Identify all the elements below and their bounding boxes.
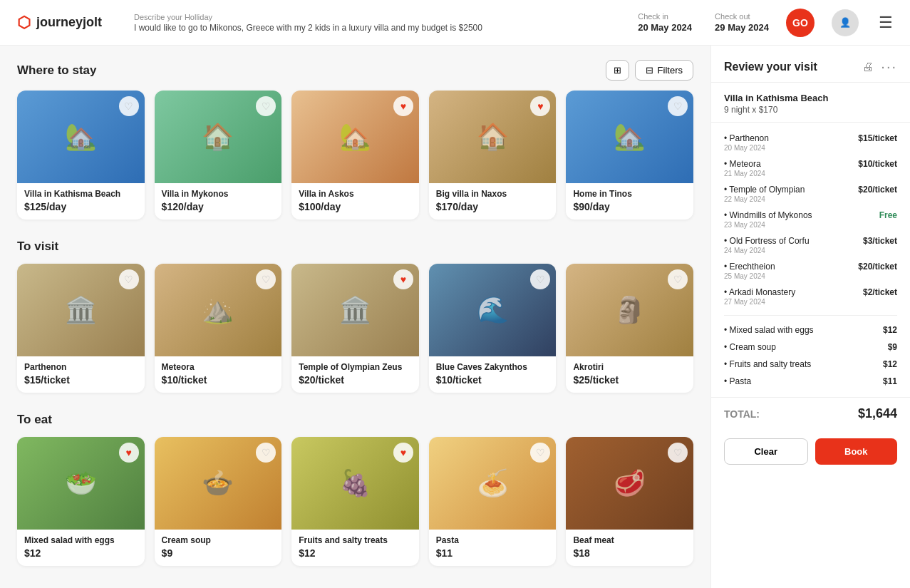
- card-body: Parthenon $15/ticket: [17, 356, 145, 393]
- print-icon[interactable]: 🖨: [862, 61, 874, 73]
- card: 🥩 ♡ Beaf meat $18: [566, 437, 693, 566]
- favorite-button[interactable]: ♡: [119, 269, 139, 289]
- to-visit-title: To visit: [17, 239, 58, 254]
- review-item-date: 20 May 2024: [724, 144, 769, 152]
- review-item: Meteora 21 May 2024 $10/ticket: [724, 155, 897, 181]
- check-out-label: Check out: [715, 12, 769, 21]
- card-image-wrapper: 🥗 ♥: [17, 437, 145, 530]
- card-image-wrapper: 🏠 ♡: [155, 91, 282, 183]
- card-image-wrapper: 🏛️ ♡: [17, 264, 145, 356]
- favorite-button[interactable]: ♡: [256, 443, 276, 463]
- hamburger-menu-icon[interactable]: ☰: [879, 14, 893, 32]
- sidebar-header-actions: 🖨 ···: [862, 58, 897, 75]
- card-price: $10/ticket: [162, 374, 275, 386]
- favorite-button[interactable]: ♥: [393, 443, 413, 463]
- card-price: $125/day: [24, 201, 138, 212]
- clear-button[interactable]: Clear: [724, 438, 808, 465]
- review-item-left: Cream soup: [724, 342, 776, 352]
- review-item-left: Fruits and salty treats: [724, 359, 811, 369]
- favorite-button[interactable]: ♡: [256, 269, 276, 289]
- favorite-button[interactable]: ♥: [393, 269, 413, 289]
- filter-icon: ⊟: [646, 65, 653, 76]
- to-visit-header: To visit: [17, 239, 693, 254]
- review-item-name: Meteora: [724, 159, 765, 169]
- card-price: $15/ticket: [24, 374, 138, 386]
- review-item-price: $12: [883, 325, 897, 335]
- card-body: Pasta $11: [429, 530, 557, 566]
- grid-icon: ⊞: [614, 65, 621, 76]
- card-image-wrapper: 🏡 ♡: [566, 91, 693, 183]
- review-item: Windmills of Mykonos 23 May 2024 Free: [724, 207, 897, 232]
- card-body: Fruits and salty treats $12: [291, 530, 419, 566]
- review-item-name: Pasta: [724, 376, 751, 386]
- review-sidebar: Review your visit 🖨 ··· Villa in Kathism…: [710, 46, 910, 588]
- visits-grid: 🏛️ ♡ Parthenon $15/ticket ⛰️ ♡: [17, 264, 693, 393]
- review-item-left: Meteora 21 May 2024: [724, 159, 765, 177]
- card-price: $12: [299, 547, 412, 559]
- logo-text: journeyjolt: [36, 15, 102, 30]
- card-name: Cream soup: [162, 535, 275, 545]
- filters-button[interactable]: ⊟ Filters: [635, 60, 693, 81]
- review-item-name: Old Fortress of Corfu: [724, 236, 810, 246]
- avatar[interactable]: 👤: [832, 9, 859, 36]
- card-name: Villa in Askos: [299, 189, 412, 199]
- describe-box: Describe your Holliday I would like to g…: [134, 13, 621, 33]
- card-body: Big villa in Naxos $170/day: [429, 183, 557, 220]
- logo[interactable]: ⬡ journeyjolt: [17, 14, 117, 32]
- review-item-price: $11: [883, 376, 897, 386]
- favorite-button[interactable]: ♡: [119, 96, 139, 116]
- sidebar-total: TOTAL: $1,644: [711, 397, 910, 430]
- review-item-price: $2/ticket: [863, 287, 897, 297]
- card-body: Beaf meat $18: [566, 530, 693, 566]
- favorite-button[interactable]: ♥: [119, 443, 139, 463]
- review-item-price: $9: [888, 342, 897, 352]
- review-item-price: $3/ticket: [863, 236, 897, 246]
- favorite-button[interactable]: ♡: [668, 443, 688, 463]
- card: 🍝 ♡ Pasta $11: [429, 437, 557, 566]
- card: 🍇 ♥ Fruits and salty treats $12: [291, 437, 419, 566]
- favorite-button[interactable]: ♡: [256, 96, 276, 116]
- review-item-date: 23 May 2024: [724, 221, 812, 229]
- total-value: $1,644: [858, 406, 897, 421]
- book-button[interactable]: Book: [815, 438, 898, 465]
- card-body: Blue Caves Zakynthos $10/ticket: [429, 356, 557, 393]
- review-item-left: Arkadi Monastery 27 May 2024: [724, 287, 795, 306]
- card: 🏡 ♥ Villa in Askos $100/day: [291, 91, 419, 220]
- card-image-wrapper: 🍲 ♡: [155, 437, 282, 530]
- favorite-button[interactable]: ♡: [668, 269, 688, 289]
- card-image-wrapper: 🏠 ♥: [429, 91, 557, 183]
- review-item-name: Erechtheion: [724, 262, 775, 272]
- stays-grid: 🏡 ♡ Villa in Kathisma Beach $125/day 🏠 ♡: [17, 91, 693, 220]
- review-item-left: Pasta: [724, 376, 751, 386]
- review-item: Parthenon 20 May 2024 $15/ticket: [724, 130, 897, 155]
- review-item-price: $20/ticket: [858, 262, 897, 272]
- go-button[interactable]: GO: [786, 9, 815, 37]
- card-body: Home in Tinos $90/day: [566, 183, 693, 220]
- check-in-date: 20 May 2024: [638, 22, 692, 33]
- accommodation-sub: 9 night x $170: [724, 105, 897, 115]
- favorite-button[interactable]: ♡: [668, 96, 688, 116]
- card-price: $9: [162, 547, 275, 559]
- card-price: $120/day: [162, 201, 275, 212]
- card-name: Mixed salad with eggs: [24, 535, 138, 545]
- review-item: Cream soup $9: [724, 339, 897, 356]
- favorite-button[interactable]: ♥: [393, 96, 413, 116]
- review-item: Fruits and salty treats $12: [724, 356, 897, 373]
- to-eat-section: To eat 🥗 ♥ Mixed salad with eggs $12: [17, 413, 693, 566]
- review-item: Temple of Olympian 22 May 2024 $20/ticke…: [724, 181, 897, 207]
- avatar-placeholder: 👤: [839, 17, 851, 28]
- card-image-wrapper: 🏡 ♡: [17, 91, 145, 183]
- grid-view-button[interactable]: ⊞: [606, 60, 629, 81]
- to-eat-header: To eat: [17, 413, 693, 427]
- review-item-date: 25 May 2024: [724, 272, 775, 280]
- card-name: Temple of Olympian Zeus: [299, 362, 412, 372]
- review-item-name: Cream soup: [724, 342, 776, 352]
- card-name: Meteora: [162, 362, 275, 372]
- where-to-stay-section: Where to stay ⊞ ⊟ Filters 🏡: [17, 60, 693, 220]
- card-name: Blue Caves Zakynthos: [436, 362, 549, 372]
- card-body: Cream soup $9: [155, 530, 282, 566]
- card-name: Big villa in Naxos: [436, 189, 549, 199]
- card: 🌊 ♡ Blue Caves Zakynthos $10/ticket: [429, 264, 557, 393]
- more-options-icon[interactable]: ···: [881, 58, 897, 75]
- review-item-price: Free: [879, 210, 897, 220]
